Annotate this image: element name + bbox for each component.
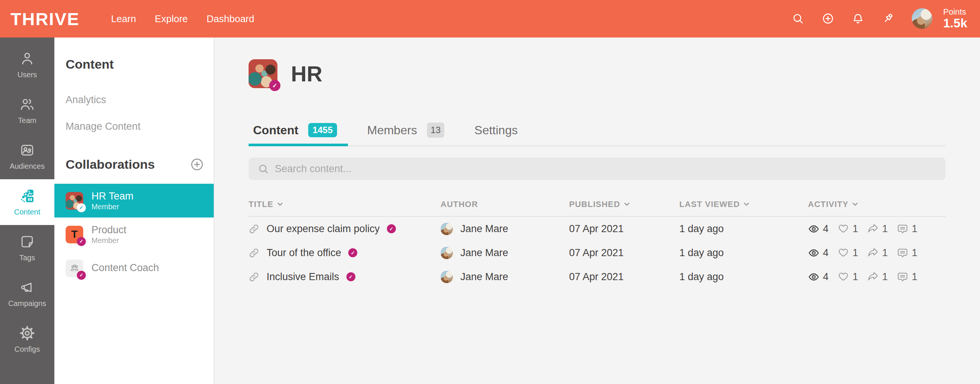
column-header-last-viewed[interactable]: LAST VIEWED	[679, 199, 808, 209]
plus-circle-icon[interactable]	[822, 13, 834, 25]
published-cell: 07 Apr 2021	[569, 223, 679, 235]
activity-cell: 4 1 1 1	[808, 247, 945, 259]
points-value: 1.5k	[943, 16, 967, 30]
tag-icon	[19, 234, 35, 249]
comment-icon	[897, 247, 908, 259]
search-icon[interactable]	[792, 13, 804, 25]
search-input[interactable]	[275, 163, 937, 175]
title-cell[interactable]: Inclusive Emails ✓	[248, 271, 441, 283]
verified-badge-icon: ✓	[77, 237, 86, 246]
bell-icon[interactable]	[852, 13, 864, 25]
secondary-sidebar: Content Analytics Manage Content Collabo…	[54, 38, 215, 384]
comment-icon	[897, 223, 908, 235]
comment-icon	[897, 271, 908, 283]
collab-item-hr-team[interactable]: ✓ HR Team Member	[54, 184, 214, 218]
title-cell[interactable]: Our expense claim policy ✓	[248, 223, 441, 235]
members-count-badge: 13	[427, 123, 445, 138]
main-content: ✓ HR Content 1455 Members 13 Settings TI…	[215, 38, 980, 384]
collab-item-content-coach[interactable]: ✓ Content Coach	[54, 251, 214, 285]
collaborations-title: Collaborations	[65, 157, 155, 172]
sidebar-item-analytics[interactable]: Analytics	[65, 94, 214, 106]
user-avatar[interactable]	[912, 8, 932, 29]
topbar-actions: Points 1.5k	[792, 8, 967, 30]
rail-item-audiences[interactable]: Audiences	[0, 134, 54, 179]
collab-item-product[interactable]: T ✓ Product Member	[54, 218, 214, 251]
chevron-down-icon	[277, 202, 283, 206]
active-tab-indicator	[248, 143, 348, 146]
rail-item-configs[interactable]: Configs	[0, 317, 54, 362]
column-header-author[interactable]: AUTHOR	[441, 199, 569, 209]
verified-badge-icon: ✓	[387, 224, 396, 233]
chevron-down-icon	[624, 202, 630, 206]
link-icon	[248, 271, 259, 282]
activity-cell: 4 1 1 1	[808, 223, 945, 235]
share-icon	[867, 271, 879, 283]
page-header: ✓ HR	[248, 59, 945, 88]
verified-badge-icon: ✓	[77, 203, 86, 212]
verified-badge-icon: ✓	[269, 80, 280, 91]
points-label: Points	[943, 8, 967, 16]
column-header-title[interactable]: TITLE	[248, 199, 441, 209]
eye-icon	[808, 247, 819, 259]
published-cell: 07 Apr 2021	[569, 247, 679, 259]
user-icon	[19, 51, 35, 66]
content-count-badge: 1455	[308, 123, 337, 137]
table-body: Our expense claim policy ✓ Jane Mare 07 …	[248, 217, 945, 289]
gear-icon	[19, 325, 35, 341]
nav-explore[interactable]: Explore	[155, 13, 188, 25]
content-coach-avatar: ✓	[65, 260, 83, 277]
rail-item-team[interactable]: Team	[0, 88, 54, 134]
last-viewed-cell: 1 day ago	[679, 223, 808, 235]
add-collaboration-button[interactable]	[190, 158, 204, 171]
table-header-row: TITLE AUTHOR PUBLISHED LAST VIEWED ACTIV…	[248, 199, 945, 209]
share-icon	[867, 247, 879, 259]
rail-item-users[interactable]: Users	[0, 42, 54, 88]
top-navigation: Learn Explore Dashboard	[111, 13, 254, 25]
product-avatar: T ✓	[65, 226, 83, 243]
tab-underline	[248, 143, 945, 146]
tab-settings[interactable]: Settings	[474, 123, 518, 137]
title-cell[interactable]: Tour of the office ✓	[248, 247, 441, 259]
topbar: THRIVE Learn Explore Dashboard Points 1.…	[0, 0, 980, 38]
team-icon	[19, 97, 35, 112]
last-viewed-cell: 1 day ago	[679, 271, 808, 283]
tab-members[interactable]: Members 13	[367, 123, 444, 138]
activity-cell: 4 1 1 1	[808, 271, 945, 283]
column-header-published[interactable]: PUBLISHED	[569, 199, 679, 209]
link-icon	[248, 223, 259, 234]
app-logo: THRIVE	[11, 9, 80, 29]
nav-dashboard[interactable]: Dashboard	[207, 13, 254, 25]
table-row[interactable]: Inclusive Emails ✓ Jane Mare 07 Apr 2021…	[248, 265, 945, 289]
nav-learn[interactable]: Learn	[111, 13, 136, 25]
collaborations-header: Collaborations	[65, 157, 204, 172]
sidebar-item-manage-content[interactable]: Manage Content	[65, 121, 214, 132]
heart-icon	[838, 247, 849, 259]
search-icon	[258, 163, 269, 175]
points-widget: Points 1.5k	[943, 8, 967, 30]
pin-icon[interactable]	[882, 13, 894, 25]
verified-badge-icon: ✓	[348, 248, 357, 257]
table-row[interactable]: Our expense claim policy ✓ Jane Mare 07 …	[248, 217, 945, 241]
heart-icon	[838, 223, 849, 235]
table-row[interactable]: Tour of the office ✓ Jane Mare 07 Apr 20…	[248, 241, 945, 265]
author-cell: Jane Mare	[441, 223, 569, 235]
audiences-icon	[19, 142, 35, 158]
team-avatar: ✓	[248, 59, 277, 88]
verified-badge-icon: ✓	[77, 271, 86, 280]
tab-content[interactable]: Content 1455	[253, 123, 337, 137]
sidebar-section-title: Content	[65, 57, 214, 72]
share-icon	[867, 223, 879, 235]
author-cell: Jane Mare	[441, 247, 569, 259]
eye-icon	[808, 271, 819, 283]
rail-item-campaigns[interactable]: Campaigns	[0, 271, 54, 317]
rail-item-tags[interactable]: Tags	[0, 225, 54, 271]
content-icon	[19, 188, 35, 204]
published-cell: 07 Apr 2021	[569, 271, 679, 283]
heart-icon	[838, 271, 849, 283]
collaborations-list: ✓ HR Team Member T ✓ Product Member ✓	[54, 184, 214, 285]
hr-team-avatar: ✓	[65, 192, 83, 210]
column-header-activity[interactable]: ACTIVITY	[808, 199, 945, 209]
rail-item-content[interactable]: Content	[0, 179, 54, 225]
author-avatar	[441, 247, 453, 259]
link-icon	[248, 247, 259, 258]
